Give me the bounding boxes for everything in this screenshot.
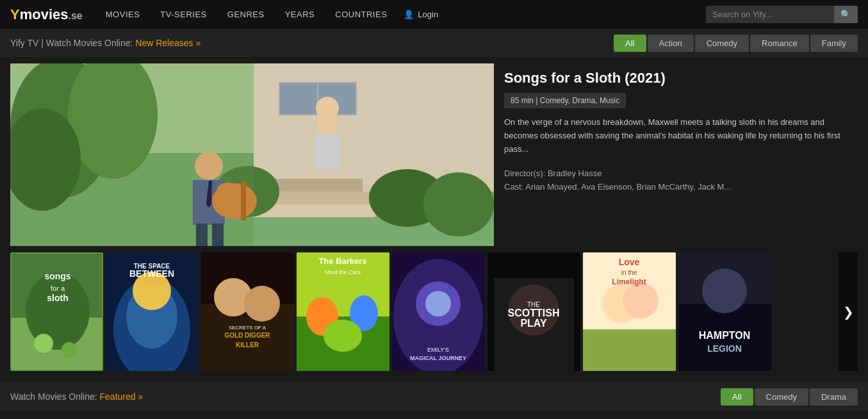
svg-text:SECRETS OF A: SECRETS OF A — [229, 325, 266, 331]
filter-action[interactable]: Action — [648, 35, 694, 52]
nav-tv-series[interactable]: TV-SERIES — [150, 0, 217, 29]
svg-text:songs: songs — [44, 271, 70, 281]
thumbnail-strip: songs for a sloth THE SPACE BETWEEN SECR… — [0, 252, 868, 377]
user-icon: 👤 — [404, 10, 414, 19]
search-input[interactable] — [706, 6, 834, 23]
svg-text:in the: in the — [621, 269, 637, 276]
movie-meta: 85 min | Comedy, Drama, Music — [504, 93, 626, 108]
thumbnail-1[interactable]: songs for a sloth — [10, 252, 103, 371]
filter-comedy[interactable]: Comedy — [695, 35, 749, 52]
thumbnail-4[interactable]: The Barkers Mind the Cars — [297, 252, 389, 371]
svg-point-18 — [195, 152, 223, 180]
nav-years[interactable]: YEARS — [275, 0, 325, 29]
login-button[interactable]: 👤 Login — [404, 10, 438, 19]
movie-cast: Cast: Arian Moayed, Ava Eisenson, Brian … — [504, 182, 858, 192]
logo[interactable]: Ymovies.se — [10, 6, 83, 23]
svg-point-69 — [623, 283, 659, 318]
svg-rect-67 — [583, 329, 676, 371]
featured-filters: All Comedy Drama — [721, 388, 858, 406]
login-label: Login — [418, 10, 438, 19]
search-icon: 🔍 — [840, 10, 851, 19]
svg-text:sloth: sloth — [47, 293, 68, 303]
svg-text:EMILY'S: EMILY'S — [427, 347, 449, 353]
movie-title: Songs for a Sloth (2021) — [504, 70, 858, 86]
logo-y: Y — [10, 6, 20, 22]
featured-breadcrumb: Watch Movies Online: Featured » — [10, 391, 143, 402]
svg-text:Love: Love — [619, 257, 640, 267]
chevron-right-icon: ❯ — [843, 304, 854, 320]
svg-point-57 — [425, 291, 451, 316]
svg-point-32 — [34, 334, 53, 353]
search-box: 🔍 — [706, 6, 858, 23]
thumbnail-6[interactable]: THE SCOTTISH PLAY — [487, 252, 580, 371]
svg-rect-3 — [279, 83, 318, 115]
svg-text:MAGICAL JOURNEY: MAGICAL JOURNEY — [410, 355, 466, 361]
svg-text:for a: for a — [51, 284, 65, 292]
header: Ymovies.se MOVIES TV-SERIES GENRES YEARS… — [0, 0, 868, 29]
main-nav: MOVIES TV-SERIES GENRES YEARS COUNTRIES … — [95, 0, 438, 29]
featured-filter-drama[interactable]: Drama — [810, 388, 858, 406]
thumbnail-8[interactable]: HAMPTON LEGION — [678, 252, 771, 371]
svg-text:KILLER: KILLER — [236, 341, 259, 349]
svg-text:Limelight: Limelight — [612, 277, 646, 286]
logo-movies: movies — [20, 6, 69, 22]
thumbnail-7[interactable]: Love in the Limelight — [583, 252, 676, 371]
new-releases-breadcrumb: Yify TV | Watch Movies Online: New Relea… — [10, 38, 201, 48]
svg-rect-25 — [212, 224, 224, 246]
svg-rect-24 — [196, 224, 208, 246]
svg-point-10 — [423, 172, 494, 236]
search-button[interactable]: 🔍 — [834, 6, 858, 23]
featured-filter-comedy[interactable]: Comedy — [755, 388, 808, 406]
svg-rect-22 — [241, 182, 246, 220]
svg-text:SCOTTISH: SCOTTISH — [508, 308, 560, 318]
svg-point-51 — [323, 320, 362, 352]
svg-rect-17 — [315, 134, 340, 169]
featured-image[interactable] — [10, 63, 494, 246]
breadcrumb-link[interactable]: New Releases » — [135, 38, 201, 48]
breadcrumb-prefix: Yify TV | Watch Movies Online: — [10, 38, 133, 48]
logo-se: .se — [69, 10, 83, 21]
thumbnail-2[interactable]: THE SPACE BETWEEN — [106, 252, 199, 371]
svg-text:HAMPTON: HAMPTON — [699, 330, 751, 341]
svg-point-43 — [244, 286, 280, 322]
svg-text:PLAY: PLAY — [520, 318, 547, 329]
svg-text:BETWEEN: BETWEEN — [129, 268, 174, 279]
svg-text:Mind the Cars: Mind the Cars — [325, 269, 361, 275]
next-button[interactable]: ❯ — [839, 252, 858, 371]
nav-movies[interactable]: MOVIES — [95, 0, 151, 29]
featured-breadcrumb-link[interactable]: Featured » — [100, 391, 143, 402]
svg-text:The Barkers: The Barkers — [318, 256, 366, 266]
thumbnail-5[interactable]: EMILY'S MAGICAL JOURNEY — [392, 252, 485, 371]
featured-filter-all[interactable]: All — [721, 388, 753, 406]
featured-section-bar: Watch Movies Online: Featured » All Come… — [0, 382, 868, 411]
svg-text:LEGION: LEGION — [707, 343, 742, 354]
filter-family[interactable]: Family — [810, 35, 858, 52]
svg-point-21 — [217, 183, 240, 201]
main-content: Songs for a Sloth (2021) 85 min | Comedy… — [0, 57, 868, 252]
new-releases-filters: All Action Comedy Romance Family — [614, 35, 858, 52]
svg-point-16 — [316, 97, 339, 120]
svg-point-75 — [702, 268, 747, 313]
nav-countries[interactable]: COUNTRIES — [325, 0, 397, 29]
svg-text:GOLD DIGGER: GOLD DIGGER — [224, 332, 270, 339]
nav-genres[interactable]: GENRES — [217, 0, 275, 29]
filter-romance[interactable]: Romance — [750, 35, 809, 52]
movie-description: On the verge of a nervous breakdown, Max… — [504, 116, 858, 156]
movie-director: Director(s): Bradley Hasse — [504, 168, 858, 178]
svg-point-33 — [61, 342, 77, 357]
movie-info: Songs for a Sloth (2021) 85 min | Comedy… — [504, 63, 858, 246]
new-releases-bar: Yify TV | Watch Movies Online: New Relea… — [0, 29, 868, 57]
featured-breadcrumb-prefix: Watch Movies Online: — [10, 391, 97, 402]
filter-all[interactable]: All — [614, 35, 646, 52]
thumbnail-3[interactable]: SECRETS OF A GOLD DIGGER KILLER — [201, 252, 294, 371]
